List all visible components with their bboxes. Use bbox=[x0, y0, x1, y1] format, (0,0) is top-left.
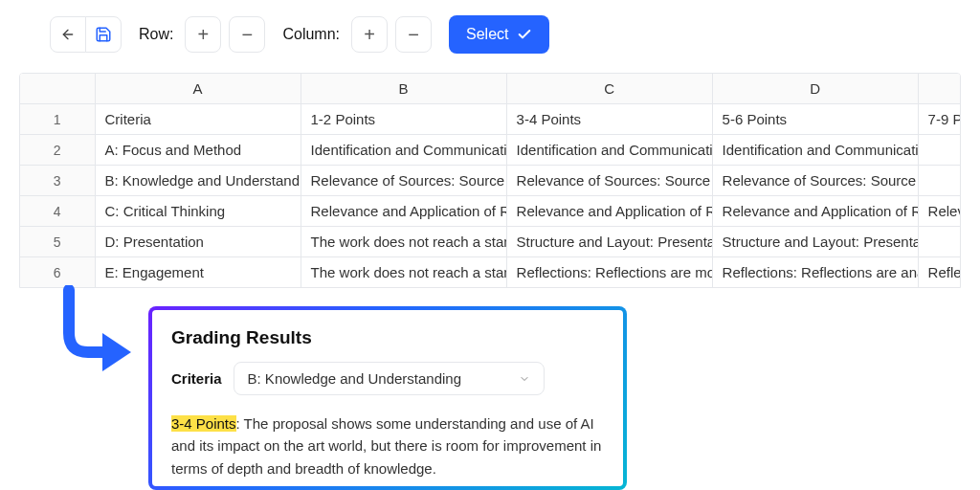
cell[interactable]: D: Presentation bbox=[96, 227, 301, 256]
cell[interactable]: Relevance of Sources: Source mat bbox=[301, 166, 507, 195]
cell[interactable]: 3-4 Points bbox=[507, 104, 713, 134]
cell[interactable]: Reflections: Reflections are mostly bbox=[507, 257, 713, 287]
col-remove-button[interactable]: − bbox=[395, 16, 432, 53]
cell[interactable]: A: Focus and Method bbox=[96, 135, 301, 165]
col-header-d[interactable]: D bbox=[713, 74, 919, 103]
cell[interactable]: Relevance of Sources: Source mat bbox=[713, 166, 919, 195]
cell[interactable]: Structure and Layout: Presentation bbox=[507, 227, 713, 256]
cell[interactable]: Identification and Communication: bbox=[713, 135, 919, 165]
cell[interactable]: Relev bbox=[919, 196, 960, 226]
result-text: 3-4 Points: The proposal shows some unde… bbox=[171, 412, 604, 479]
spreadsheet[interactable]: A B C D 1Criteria1-2 Points3-4 Points5-6… bbox=[19, 73, 961, 288]
cell[interactable]: Relevance and Application of Rese bbox=[507, 196, 713, 226]
criteria-row: Criteria B: Knowledge and Understanding bbox=[171, 362, 604, 395]
cell[interactable]: Identification and Communication: bbox=[301, 135, 507, 165]
criteria-dropdown[interactable]: B: Knowledge and Understanding bbox=[234, 362, 546, 395]
cell[interactable] bbox=[919, 135, 960, 165]
cell[interactable]: 2 bbox=[20, 135, 96, 165]
toolbar: Row: + − Column: + − Select bbox=[0, 0, 980, 65]
table-row: 6E: EngagementThe work does not reach a … bbox=[20, 257, 960, 287]
table-row: 2A: Focus and MethodIdentification and C… bbox=[20, 135, 960, 166]
row-add-button[interactable]: + bbox=[185, 16, 221, 53]
chevron-down-icon bbox=[519, 373, 530, 385]
cell[interactable]: E: Engagement bbox=[96, 257, 301, 287]
table-row: 3B: Knowledge and UnderstandingRelevance… bbox=[20, 166, 960, 196]
cell[interactable]: C: Critical Thinking bbox=[96, 196, 301, 226]
cell[interactable]: Relevance and Application of Rese bbox=[713, 196, 919, 226]
cell[interactable]: Relevance of Sources: Source mat bbox=[507, 166, 713, 195]
check-icon bbox=[517, 27, 532, 42]
cell[interactable]: B: Knowledge and Understanding bbox=[96, 166, 301, 195]
panel-title: Grading Results bbox=[171, 327, 604, 348]
cell[interactable]: Identification and Communication: bbox=[507, 135, 713, 165]
col-label: Column: bbox=[282, 26, 340, 43]
dropdown-value: B: Knowledge and Understanding bbox=[248, 370, 462, 387]
column-header-row: A B C D bbox=[20, 74, 960, 104]
cell[interactable]: 5-6 Points bbox=[713, 104, 919, 134]
cell[interactable]: 5 bbox=[20, 227, 96, 256]
result-body: : The proposal shows some understanding … bbox=[171, 415, 601, 477]
col-header-b[interactable]: B bbox=[301, 74, 507, 103]
table-row: 1Criteria1-2 Points3-4 Points5-6 Points7… bbox=[20, 104, 960, 135]
col-header-c[interactable]: C bbox=[507, 74, 713, 103]
row-label: Row: bbox=[139, 26, 173, 43]
select-button-label: Select bbox=[466, 26, 508, 43]
col-add-button[interactable]: + bbox=[351, 16, 388, 53]
row-remove-button[interactable]: − bbox=[229, 16, 265, 53]
cell[interactable] bbox=[919, 166, 960, 195]
save-icon bbox=[95, 26, 112, 43]
arrow-left-icon bbox=[60, 27, 76, 42]
table-row: 4C: Critical ThinkingRelevance and Appli… bbox=[20, 196, 960, 227]
back-button[interactable] bbox=[50, 16, 86, 53]
table-row: 5D: PresentationThe work does not reach … bbox=[20, 227, 960, 257]
save-button[interactable] bbox=[85, 16, 122, 53]
cell[interactable]: 7-9 P bbox=[919, 104, 960, 134]
cell[interactable]: Refle bbox=[919, 257, 960, 287]
cell[interactable]: Structure and Layout: Presentation bbox=[713, 227, 919, 256]
cell[interactable]: The work does not reach a standa bbox=[301, 257, 507, 287]
col-header-e[interactable] bbox=[919, 74, 960, 103]
cell[interactable]: 1-2 Points bbox=[301, 104, 507, 134]
points-highlight: 3-4 Points bbox=[171, 415, 236, 432]
grading-results-panel: Grading Results Criteria B: Knowledge an… bbox=[148, 306, 627, 490]
flow-arrow-icon bbox=[50, 285, 136, 385]
cell[interactable]: 4 bbox=[20, 196, 96, 226]
cell[interactable]: Relevance and Application of Rese bbox=[301, 196, 507, 226]
cell[interactable]: 6 bbox=[20, 257, 96, 287]
cell[interactable]: 1 bbox=[20, 104, 96, 134]
cell[interactable]: Criteria bbox=[96, 104, 301, 134]
cell[interactable]: Reflections: Reflections are analyti bbox=[713, 257, 919, 287]
cell[interactable]: 3 bbox=[20, 166, 96, 195]
criteria-label: Criteria bbox=[171, 370, 222, 387]
cell[interactable] bbox=[919, 227, 960, 256]
col-header-a[interactable]: A bbox=[96, 74, 301, 103]
select-button[interactable]: Select bbox=[449, 15, 548, 54]
col-header[interactable] bbox=[20, 74, 96, 103]
cell[interactable]: The work does not reach a standa bbox=[301, 227, 507, 256]
